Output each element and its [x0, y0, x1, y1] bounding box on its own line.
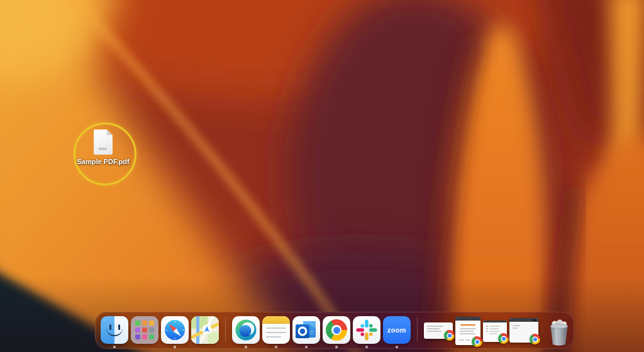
slack-icon — [353, 316, 380, 344]
zoom-icon: zoom — [383, 316, 411, 344]
desktop-file-sample-pdf[interactable]: PDF Sample PDF.pdf — [65, 129, 141, 165]
page-fold-corner — [107, 129, 113, 135]
pdf-document-icon: PDF — [94, 129, 113, 155]
pdf-type-badge: PDF — [94, 147, 113, 151]
running-indicator-dot — [365, 346, 368, 348]
dock-item-chrome[interactable] — [323, 316, 350, 344]
finder-icon — [101, 316, 128, 344]
dock-divider — [225, 317, 226, 342]
running-indicator-dot — [396, 346, 398, 348]
minimized-chrome-window-1[interactable] — [424, 322, 453, 339]
safari-icon — [161, 316, 189, 344]
dock-item-finder[interactable] — [101, 316, 128, 344]
launchpad-icon — [131, 316, 158, 344]
dock-item-safari[interactable] — [161, 316, 189, 344]
minimized-chrome-window-4[interactable] — [509, 318, 538, 343]
running-indicator-dot — [275, 346, 277, 348]
chrome-app-badge — [498, 333, 509, 344]
dock-divider — [417, 317, 418, 342]
dock-item-zoom[interactable]: zoom — [383, 316, 411, 344]
dock-item-maps[interactable] — [191, 316, 219, 344]
notes-icon — [262, 316, 290, 344]
dock-item-launchpad[interactable] — [131, 316, 158, 344]
chrome-app-badge — [444, 330, 455, 341]
chrome-app-badge — [530, 334, 540, 344]
outlook-icon — [292, 316, 320, 344]
zoom-icon-wordmark: zoom — [387, 326, 406, 334]
minimized-chrome-window-2[interactable] — [455, 317, 480, 345]
maps-icon — [191, 316, 219, 344]
file-name-label: Sample PDF.pdf — [65, 158, 141, 165]
dock: zoom — [95, 312, 574, 349]
minimized-chrome-window-3[interactable] — [483, 321, 507, 342]
chrome-icon — [323, 316, 350, 344]
running-indicator-dot — [335, 346, 338, 348]
running-indicator-dot — [113, 346, 116, 348]
macos-desktop: PDF Sample PDF.pdf — [0, 0, 644, 352]
running-indicator-dot — [174, 346, 176, 348]
running-indicator-dot — [305, 346, 308, 348]
dock-item-slack[interactable] — [353, 316, 380, 344]
edge-icon — [232, 316, 260, 344]
running-indicator-dot — [245, 346, 247, 348]
dock-item-edge[interactable] — [232, 316, 260, 344]
chrome-app-badge — [472, 336, 482, 347]
dock-item-outlook[interactable] — [292, 316, 320, 344]
trash-full-icon[interactable] — [545, 317, 573, 347]
dock-item-notes[interactable] — [262, 316, 290, 344]
